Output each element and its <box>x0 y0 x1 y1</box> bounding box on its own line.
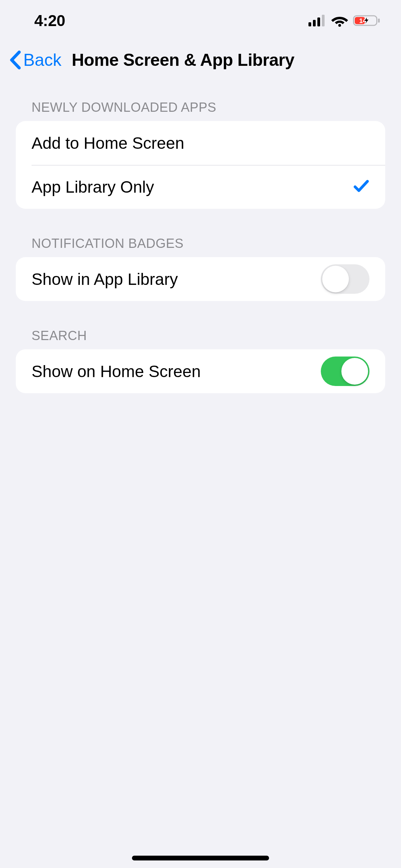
option-label: App Library Only <box>32 178 154 196</box>
status-indicators: 14 <box>308 14 380 27</box>
group-notification-badges: Show in App Library <box>16 257 385 301</box>
section-header-newly-downloaded: NEWLY DOWNLOADED APPS <box>16 100 385 121</box>
section-header-notification-badges: NOTIFICATION BADGES <box>16 236 385 257</box>
toggle-knob <box>341 358 368 385</box>
wifi-icon <box>331 14 348 27</box>
section-header-search: SEARCH <box>16 328 385 349</box>
row-label: Show in App Library <box>32 270 178 289</box>
section-search: SEARCH Show on Home Screen <box>16 328 385 393</box>
battery-icon: 14 <box>353 14 380 27</box>
back-label: Back <box>23 50 61 70</box>
svg-rect-7 <box>378 19 380 23</box>
svg-rect-3 <box>322 15 325 26</box>
toggle-knob <box>322 266 349 292</box>
toggle-show-in-app-library[interactable] <box>321 264 369 294</box>
row-label: Show on Home Screen <box>32 362 201 381</box>
svg-rect-1 <box>313 20 316 26</box>
row-show-on-home-screen[interactable]: Show on Home Screen <box>16 349 385 393</box>
home-indicator[interactable] <box>132 856 269 860</box>
back-button[interactable]: Back <box>9 50 61 70</box>
checkmark-icon <box>353 179 369 195</box>
group-newly-downloaded: Add to Home Screen App Library Only <box>16 121 385 209</box>
page-title: Home Screen & App Library <box>72 50 294 70</box>
chevron-left-icon <box>9 50 21 70</box>
settings-content: NEWLY DOWNLOADED APPS Add to Home Screen… <box>0 100 401 393</box>
toggle-show-on-home-screen[interactable] <box>321 357 369 386</box>
section-notification-badges: NOTIFICATION BADGES Show in App Library <box>16 236 385 301</box>
option-app-library-only[interactable]: App Library Only <box>16 165 385 209</box>
section-newly-downloaded-apps: NEWLY DOWNLOADED APPS Add to Home Screen… <box>16 100 385 209</box>
group-search: Show on Home Screen <box>16 349 385 393</box>
option-add-to-home-screen[interactable]: Add to Home Screen <box>16 121 385 165</box>
navigation-bar: Back Home Screen & App Library <box>0 41 401 79</box>
svg-point-4 <box>338 24 341 27</box>
cellular-signal-icon <box>308 15 326 26</box>
option-label: Add to Home Screen <box>32 134 184 153</box>
status-time: 4:20 <box>34 11 65 30</box>
svg-rect-2 <box>317 17 320 26</box>
svg-rect-0 <box>308 22 311 26</box>
row-show-in-app-library[interactable]: Show in App Library <box>16 257 385 301</box>
status-bar: 4:20 14 <box>0 0 401 41</box>
